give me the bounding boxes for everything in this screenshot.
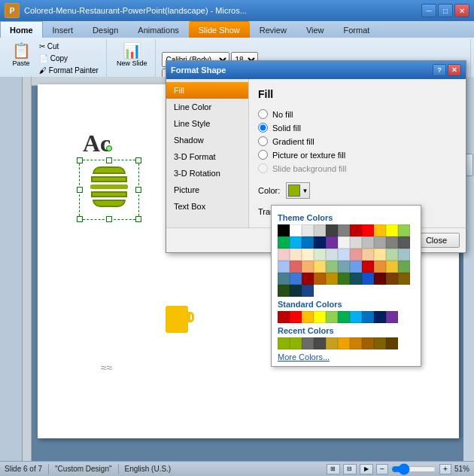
theme-color-cell[interactable] xyxy=(374,249,386,261)
tab-review[interactable]: Review xyxy=(250,21,296,38)
standard-color-cell[interactable] xyxy=(338,311,350,323)
theme-color-cell[interactable] xyxy=(302,261,314,273)
theme-color-cell[interactable] xyxy=(374,273,386,285)
theme-color-cell[interactable] xyxy=(278,285,290,297)
theme-color-cell[interactable] xyxy=(374,236,386,249)
theme-color-cell[interactable] xyxy=(326,224,338,236)
theme-color-cell[interactable] xyxy=(350,249,362,261)
handle-middle-right[interactable] xyxy=(135,187,141,193)
standard-color-cell[interactable] xyxy=(326,311,338,323)
theme-color-cell[interactable] xyxy=(398,261,410,273)
theme-color-cell[interactable] xyxy=(290,249,302,261)
theme-color-cell[interactable] xyxy=(314,224,326,236)
sidebar-item-line-style[interactable]: Line Style xyxy=(166,115,248,132)
standard-color-cell[interactable] xyxy=(290,311,302,323)
close-button[interactable]: ✕ xyxy=(454,4,469,17)
theme-color-cell[interactable] xyxy=(302,285,314,297)
handle-bottom-left[interactable] xyxy=(77,216,83,222)
standard-color-cell[interactable] xyxy=(350,311,362,323)
standard-color-cell[interactable] xyxy=(278,311,290,323)
recent-color-cell[interactable] xyxy=(326,337,338,349)
recent-color-cell[interactable] xyxy=(386,337,398,349)
theme-color-cell[interactable] xyxy=(350,224,362,236)
rotate-handle[interactable] xyxy=(106,145,112,151)
recent-color-cell[interactable] xyxy=(362,337,374,349)
theme-color-cell[interactable] xyxy=(338,236,350,249)
theme-color-cell[interactable] xyxy=(302,224,314,236)
tab-slideshow[interactable]: Slide Show xyxy=(189,21,250,38)
sidebar-item-fill[interactable]: Fill xyxy=(166,82,248,99)
theme-color-cell[interactable] xyxy=(278,249,290,261)
burger-shape[interactable] xyxy=(79,160,139,220)
handle-top-left[interactable] xyxy=(77,157,83,163)
theme-color-cell[interactable] xyxy=(350,273,362,285)
theme-color-cell[interactable] xyxy=(386,273,398,285)
theme-color-cell[interactable] xyxy=(302,273,314,285)
standard-color-cell[interactable] xyxy=(362,311,374,323)
dialog-help-button[interactable]: ? xyxy=(433,64,446,76)
recent-color-cell[interactable] xyxy=(374,337,386,349)
sidebar-item-text-box[interactable]: Text Box xyxy=(166,198,248,215)
minimize-button[interactable]: ─ xyxy=(421,4,436,17)
no-fill-radio[interactable] xyxy=(258,109,268,119)
theme-color-cell[interactable] xyxy=(362,224,374,236)
theme-color-cell[interactable] xyxy=(338,261,350,273)
theme-color-cell[interactable] xyxy=(386,224,398,236)
handle-top-middle[interactable] xyxy=(106,157,112,163)
theme-color-cell[interactable] xyxy=(374,224,386,236)
handle-bottom-middle[interactable] xyxy=(106,216,112,222)
theme-color-cell[interactable] xyxy=(278,224,290,236)
theme-color-cell[interactable] xyxy=(290,224,302,236)
sidebar-item-picture[interactable]: Picture xyxy=(166,182,248,198)
tab-home[interactable]: Home xyxy=(0,21,43,38)
normal-view-button[interactable]: ⊞ xyxy=(327,464,340,474)
theme-color-cell[interactable] xyxy=(326,261,338,273)
gradient-fill-option[interactable]: Gradient fill xyxy=(258,136,457,146)
theme-color-cell[interactable] xyxy=(290,285,302,297)
tab-animations[interactable]: Animations xyxy=(128,21,188,38)
tab-view[interactable]: View xyxy=(296,21,334,38)
theme-color-cell[interactable] xyxy=(314,236,326,249)
paste-button[interactable]: 📋 Paste xyxy=(8,41,35,69)
zoom-out-button[interactable]: − xyxy=(376,464,388,474)
theme-color-cell[interactable] xyxy=(386,236,398,249)
solid-fill-radio[interactable] xyxy=(258,123,268,133)
more-colors-link[interactable]: More Colors... xyxy=(278,352,415,362)
theme-color-cell[interactable] xyxy=(290,236,302,249)
standard-color-cell[interactable] xyxy=(374,311,386,323)
theme-color-cell[interactable] xyxy=(314,273,326,285)
theme-color-cell[interactable] xyxy=(350,261,362,273)
sidebar-item-shadow[interactable]: Shadow xyxy=(166,132,248,148)
theme-color-cell[interactable] xyxy=(290,273,302,285)
theme-color-cell[interactable] xyxy=(362,273,374,285)
solid-fill-option[interactable]: Solid fill xyxy=(258,123,457,133)
dialog-close-button[interactable]: ✕ xyxy=(448,64,461,76)
theme-color-cell[interactable] xyxy=(398,249,410,261)
theme-color-cell[interactable] xyxy=(278,236,290,249)
slideshow-button[interactable]: ▶ xyxy=(360,464,373,474)
tab-format[interactable]: Format xyxy=(334,21,380,38)
theme-color-cell[interactable] xyxy=(290,261,302,273)
cut-button[interactable]: ✂ Cut xyxy=(36,41,102,52)
mug-shape[interactable] xyxy=(166,306,188,333)
standard-color-cell[interactable] xyxy=(302,311,314,323)
theme-color-cell[interactable] xyxy=(386,261,398,273)
picture-fill-radio[interactable] xyxy=(258,150,268,160)
theme-color-cell[interactable] xyxy=(326,249,338,261)
theme-color-cell[interactable] xyxy=(338,249,350,261)
sidebar-item-line-color[interactable]: Line Color xyxy=(166,99,248,115)
tab-insert[interactable]: Insert xyxy=(43,21,84,38)
theme-color-cell[interactable] xyxy=(278,273,290,285)
restore-button[interactable]: □ xyxy=(438,4,453,17)
theme-color-cell[interactable] xyxy=(398,224,410,236)
gradient-fill-radio[interactable] xyxy=(258,136,268,146)
theme-color-cell[interactable] xyxy=(362,236,374,249)
theme-color-cell[interactable] xyxy=(278,261,290,273)
theme-color-cell[interactable] xyxy=(398,273,410,285)
no-fill-option[interactable]: No fill xyxy=(258,109,457,119)
picture-fill-option[interactable]: Picture or texture fill xyxy=(258,150,457,160)
sidebar-item-3d-rotation[interactable]: 3-D Rotation xyxy=(166,165,248,182)
recent-color-cell[interactable] xyxy=(302,337,314,349)
standard-color-cell[interactable] xyxy=(386,311,398,323)
handle-top-right[interactable] xyxy=(135,157,141,163)
